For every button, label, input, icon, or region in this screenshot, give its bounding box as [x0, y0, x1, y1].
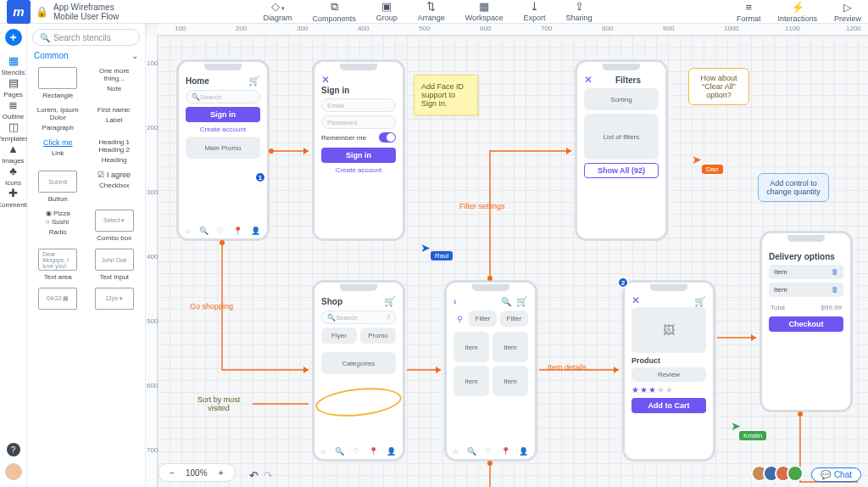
user-avatar[interactable] [5, 463, 22, 480]
search-stencils-input[interactable]: 🔍 Search stencils [32, 29, 140, 46]
phone-shop[interactable]: Shop🛒 🔍 Search⦀ Flyer Promo Categories ⌂… [312, 280, 405, 462]
trash-icon[interactable]: 🗑 [832, 268, 838, 276]
phone-delivery[interactable]: Delivery options Item🗑 Item🗑 Total $99.9… [760, 231, 853, 412]
toolbar-preview[interactable]: ▷Preview [834, 1, 861, 23]
toolbar-sharing[interactable]: ⇪Sharing [566, 0, 593, 23]
toolbar-diagram[interactable]: ◇▾Diagram [264, 0, 292, 23]
toolbar-format[interactable]: ≡Format [737, 1, 761, 23]
rail-outline[interactable]: ≣Outline [0, 98, 30, 120]
stencil-text-area[interactable]: Dear Moqups, I love you!Text area [32, 247, 84, 283]
order-item[interactable]: Item🗑 [769, 283, 843, 297]
signin-button[interactable]: Sign in [186, 107, 260, 122]
shop-search-input[interactable]: 🔍 Search⦀ [321, 311, 396, 324]
phone-product[interactable]: ✕ 🛒 🖼 Product Review ★★★★★ Add to Cart [622, 280, 715, 462]
search-icon[interactable]: 🔍 [501, 297, 511, 306]
search-input[interactable]: 🔍 Search [186, 90, 260, 104]
rail-icons[interactable]: ♣Icons [0, 165, 30, 187]
stencil-button[interactable]: SubmitButton [32, 169, 84, 204]
collaborators[interactable] [756, 465, 804, 482]
callout-clearall[interactable]: How about “Clear All” option? [688, 68, 749, 105]
back-icon[interactable]: ‹ [453, 297, 456, 306]
rail-stencils[interactable]: ▦Stencils [0, 54, 30, 76]
phone-home[interactable]: Home🛒 🔍 Search Sign in Create account Ma… [176, 59, 270, 241]
sticky-note-faceid[interactable]: Add Face ID support to Sign In. [414, 75, 478, 115]
order-item[interactable]: Item🗑 [769, 265, 843, 279]
stencil-heading[interactable]: Heading 1Heading 2Heading [89, 137, 141, 165]
cart-icon[interactable]: 🛒 [694, 296, 706, 306]
stencil-paragraph[interactable]: Lorem, Ipsum DolorParagraph [32, 104, 84, 133]
chat-button[interactable]: 💬Chat [811, 467, 861, 482]
phone-filters[interactable]: ✕ Filters Sorting List of filters Show A… [575, 59, 668, 241]
filter-icon[interactable]: ⚲ [453, 311, 465, 327]
stencil-link[interactable]: Click meLink [32, 137, 84, 165]
rail-images[interactable]: ▲Images [0, 143, 30, 165]
stencil-checkbox[interactable]: I agreeCheckbox [89, 169, 141, 204]
cart-icon[interactable]: 🛒 [384, 296, 396, 307]
rail-templates[interactable]: ◫Templates [0, 120, 30, 143]
rail-pages[interactable]: ▤Pages [0, 76, 30, 98]
canvas[interactable]: 100200300400500600700800900100011001200 … [146, 24, 868, 487]
filter-chip[interactable]: Filter [469, 311, 497, 327]
stencil-category-select[interactable]: Common ⌄ [34, 51, 138, 60]
app-logo[interactable]: m [7, 0, 31, 24]
item-card[interactable]: Item [453, 366, 489, 396]
toolbar-group[interactable]: ▣Group [376, 0, 398, 23]
phone-items[interactable]: ‹🔍🛒 ⚲ Filter Filter Item Item Item Item … [444, 280, 537, 462]
close-icon[interactable]: ✕ [321, 74, 330, 86]
main-promo[interactable]: Main Promo [186, 137, 260, 159]
doc-titles[interactable]: App Wireframes Mobile User Flow [53, 3, 119, 21]
signin-submit-button[interactable]: Sign in [321, 148, 396, 163]
cart-icon[interactable]: 🛒 [248, 76, 260, 87]
zoom-control[interactable]: − 100% + [158, 463, 236, 482]
rail-comments[interactable]: ✚Comments [0, 187, 30, 209]
email-field[interactable]: Email [321, 98, 396, 112]
filter-chip[interactable]: Filter [500, 311, 528, 327]
stencil-radio[interactable]: ◉ Pizza○ SushiRadio [32, 208, 84, 244]
phone-signin[interactable]: ✕ Sign in Email Password Remember me Sig… [312, 59, 405, 241]
stencil-[interactable]: 04/22 ▦ [32, 286, 84, 311]
trash-icon[interactable]: 🗑 [832, 286, 838, 294]
cart-icon[interactable]: 🛒 [516, 296, 528, 306]
flyer-chip[interactable]: Flyer [321, 327, 357, 344]
redo-button[interactable]: ↷ [264, 469, 273, 482]
item-card[interactable]: Item [492, 366, 528, 396]
item-card[interactable]: Item [453, 332, 489, 362]
toolbar-components[interactable]: ⧉Components [313, 0, 356, 23]
phone-tabbar[interactable]: ⌂🔍♡📍👤 [453, 447, 528, 456]
filter-list-chip[interactable]: List of filters [584, 114, 659, 160]
stencil-note[interactable]: One more thing...Note [89, 65, 141, 101]
rating-stars[interactable]: ★★★★★ [632, 385, 706, 395]
stencil-text-input[interactable]: John DoeText Input [89, 247, 141, 283]
add-to-cart-button[interactable]: Add to Cart [632, 398, 706, 413]
show-all-button[interactable]: Show All (92) [584, 163, 659, 178]
stencil-label[interactable]: First name:Label [89, 104, 141, 133]
undo-button[interactable]: ↶ [249, 469, 259, 482]
stencil-combo-box[interactable]: Select ▾Combo box [89, 208, 141, 244]
toolbar-export[interactable]: ⤓Export [524, 0, 546, 23]
collaborator-avatar[interactable] [787, 465, 804, 482]
toolbar-interactions[interactable]: ⚡Interactions [777, 1, 817, 23]
close-icon[interactable]: ✕ [632, 294, 640, 306]
categories-chip[interactable]: Categories [321, 352, 396, 374]
toolbar-workspace[interactable]: ▦Workspace [465, 0, 504, 23]
password-field[interactable]: Password [321, 115, 396, 129]
review-chip[interactable]: Review [632, 367, 706, 382]
toolbar-arrange[interactable]: ⇅Arrange [418, 0, 445, 23]
add-button[interactable]: + [5, 29, 22, 46]
create-account-link-2[interactable]: Create account [321, 166, 396, 174]
close-icon[interactable]: ✕ [584, 74, 593, 86]
create-account-link[interactable]: Create account [186, 126, 260, 133]
checkout-button[interactable]: Checkout [769, 316, 843, 332]
stencil-rectangle[interactable]: Rectangle [32, 65, 84, 101]
promo-chip[interactable]: Promo [360, 327, 396, 344]
phone-tabbar[interactable]: ⌂🔍♡📍👤 [321, 447, 396, 456]
zoom-out-button[interactable]: − [165, 466, 179, 479]
remember-toggle[interactable] [379, 132, 396, 143]
phone-tabbar[interactable]: ⌂🔍♡📍👤 [186, 227, 260, 235]
sorting-chip[interactable]: Sorting [584, 88, 659, 110]
help-button[interactable]: ? [7, 443, 20, 456]
callout-quantity[interactable]: Add control to change quantity [758, 173, 829, 202]
stencil-[interactable]: 12px ▾ [89, 286, 141, 311]
zoom-in-button[interactable]: + [214, 466, 228, 479]
item-card[interactable]: Item [492, 332, 528, 362]
